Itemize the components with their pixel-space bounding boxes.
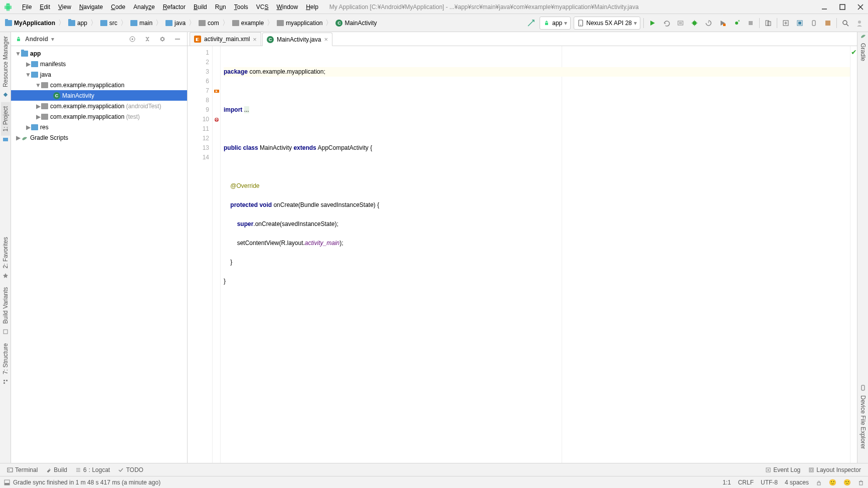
- lock-icon[interactable]: [816, 479, 822, 485]
- resource-manager-icon[interactable]: [822, 18, 833, 29]
- sdk-manager-icon[interactable]: [780, 18, 791, 29]
- android-icon: [4, 3, 12, 11]
- debug-button[interactable]: [689, 18, 700, 29]
- menu-navigate[interactable]: Navigate: [75, 4, 107, 11]
- profile-button[interactable]: [703, 18, 714, 29]
- tab-activity-main[interactable]: ◧activity_main.xml×: [190, 32, 261, 46]
- apply-changes-icon[interactable]: [661, 18, 672, 29]
- tab-structure[interactable]: 7: Structure: [1, 339, 10, 378]
- encoding[interactable]: UTF-8: [761, 479, 778, 486]
- locate-icon[interactable]: [127, 34, 138, 45]
- menu-edit[interactable]: Edit: [36, 4, 54, 11]
- run-button[interactable]: [647, 18, 658, 29]
- variants-icon[interactable]: [2, 328, 9, 335]
- menu-build[interactable]: Build: [190, 4, 211, 11]
- tree-pkg-androidtest[interactable]: ▶com.example.myapplication (androidTest): [11, 101, 187, 111]
- menu-window[interactable]: Window: [272, 4, 302, 11]
- editor-body[interactable]: 1 2 3 6 7 8 9 10 11 12 13 14 package com…: [188, 46, 857, 463]
- close-icon[interactable]: ×: [253, 36, 257, 43]
- tab-todo[interactable]: TODO: [114, 466, 147, 473]
- code-editor[interactable]: package com.example.myapplication; impor…: [221, 46, 850, 463]
- trash-icon[interactable]: [858, 479, 864, 485]
- tab-project[interactable]: 1: Project: [1, 102, 10, 136]
- menu-analyze[interactable]: Analyze: [129, 4, 159, 11]
- crumb-class[interactable]: CMainActivity: [333, 19, 379, 28]
- menu-tools[interactable]: Tools: [230, 4, 252, 11]
- user-icon[interactable]: [854, 18, 865, 29]
- structure-icon[interactable]: [2, 378, 9, 385]
- tab-event-log[interactable]: Event Log: [761, 466, 804, 473]
- tab-layout-inspector[interactable]: Layout Inspector: [804, 466, 865, 473]
- diamond-icon[interactable]: [2, 91, 9, 98]
- svg-line-26: [846, 24, 848, 26]
- run-marker-icon[interactable]: [214, 88, 220, 94]
- tree-manifests[interactable]: ▶manifests: [11, 59, 187, 69]
- tab-build-variants[interactable]: Build Variants: [1, 283, 10, 328]
- run-config-dropdown[interactable]: app▾: [540, 17, 571, 30]
- tab-device-explorer[interactable]: Device File Explorer: [858, 391, 867, 453]
- menu-vcs[interactable]: VCS: [252, 4, 273, 11]
- search-icon[interactable]: [840, 18, 851, 29]
- minimize-button[interactable]: [821, 4, 828, 11]
- device-manager-icon[interactable]: [808, 18, 819, 29]
- menu-code[interactable]: Code: [107, 4, 129, 11]
- cursor-position[interactable]: 1:1: [723, 479, 731, 486]
- status-icon[interactable]: [4, 479, 10, 485]
- avd-manager-icon[interactable]: [763, 18, 774, 29]
- crumb-example[interactable]: example: [230, 19, 266, 28]
- star-icon[interactable]: [2, 272, 9, 279]
- tree-res[interactable]: ▶res: [11, 122, 187, 132]
- tree-pkg-main[interactable]: ▼com.example.myapplication: [11, 80, 187, 90]
- tab-resource-manager[interactable]: Resource Manager: [1, 32, 10, 91]
- tree-pkg-test[interactable]: ▶com.example.myapplication (test): [11, 111, 187, 122]
- tab-terminal[interactable]: Terminal: [3, 466, 42, 473]
- menu-view[interactable]: View: [54, 4, 75, 11]
- crumb-myapplication[interactable]: myapplication: [275, 19, 324, 28]
- tab-favorites[interactable]: 2: Favorites: [1, 233, 10, 273]
- gear-icon[interactable]: [157, 34, 168, 45]
- terminal-icon: [7, 467, 13, 473]
- todo-icon: [118, 467, 124, 473]
- tab-build[interactable]: Build: [42, 466, 71, 473]
- menu-file[interactable]: File: [18, 4, 36, 11]
- tab-logcat[interactable]: 6: Logcat: [71, 466, 114, 473]
- menu-help[interactable]: Help: [302, 4, 322, 11]
- tree-gradle[interactable]: ▶Gradle Scripts: [11, 132, 187, 143]
- folder-icon[interactable]: [2, 136, 9, 143]
- coverage-icon[interactable]: [717, 18, 728, 29]
- apply-code-icon[interactable]: [675, 18, 686, 29]
- device-dropdown[interactable]: Nexus 5X API 28▾: [574, 17, 640, 30]
- crumb-com[interactable]: com: [197, 19, 221, 28]
- close-icon[interactable]: ×: [324, 36, 328, 43]
- layout-validation-icon[interactable]: [794, 18, 805, 29]
- panel-title[interactable]: Android: [25, 36, 48, 43]
- smiley-icon[interactable]: 🙂: [829, 479, 836, 486]
- crumb-project[interactable]: MyApplication: [3, 19, 57, 28]
- crumb-java[interactable]: java: [163, 19, 188, 28]
- line-ending[interactable]: CRLF: [738, 479, 754, 486]
- phone-icon[interactable]: [859, 384, 866, 391]
- close-button[interactable]: [857, 4, 864, 11]
- override-marker-icon[interactable]: [214, 117, 220, 123]
- collapse-icon[interactable]: [142, 34, 153, 45]
- hide-icon[interactable]: [172, 34, 183, 45]
- attach-debugger-icon[interactable]: [731, 18, 742, 29]
- tab-gradle[interactable]: Gradle: [858, 39, 867, 65]
- maximize-button[interactable]: [839, 4, 846, 11]
- gradle-icon[interactable]: [859, 32, 866, 39]
- menu-run[interactable]: Run: [211, 4, 230, 11]
- indent[interactable]: 4 spaces: [785, 479, 809, 486]
- error-stripe[interactable]: ✔: [850, 46, 857, 463]
- menu-refactor[interactable]: Refactor: [159, 4, 190, 11]
- project-tree[interactable]: ▼app ▶manifests ▼java ▼com.example.myapp…: [11, 46, 187, 463]
- tab-main-activity[interactable]: CMainActivity.java×: [262, 33, 332, 46]
- tree-app[interactable]: ▼app: [11, 48, 187, 59]
- stop-button[interactable]: [745, 18, 756, 29]
- tree-main-activity[interactable]: CMainActivity: [11, 90, 187, 101]
- crumb-app[interactable]: app: [66, 19, 89, 28]
- tree-java[interactable]: ▼java: [11, 69, 187, 80]
- crumb-src[interactable]: src: [98, 19, 119, 28]
- crumb-main[interactable]: main: [128, 19, 154, 28]
- sad-icon[interactable]: 🙁: [843, 479, 851, 486]
- sync-icon[interactable]: [526, 18, 537, 29]
